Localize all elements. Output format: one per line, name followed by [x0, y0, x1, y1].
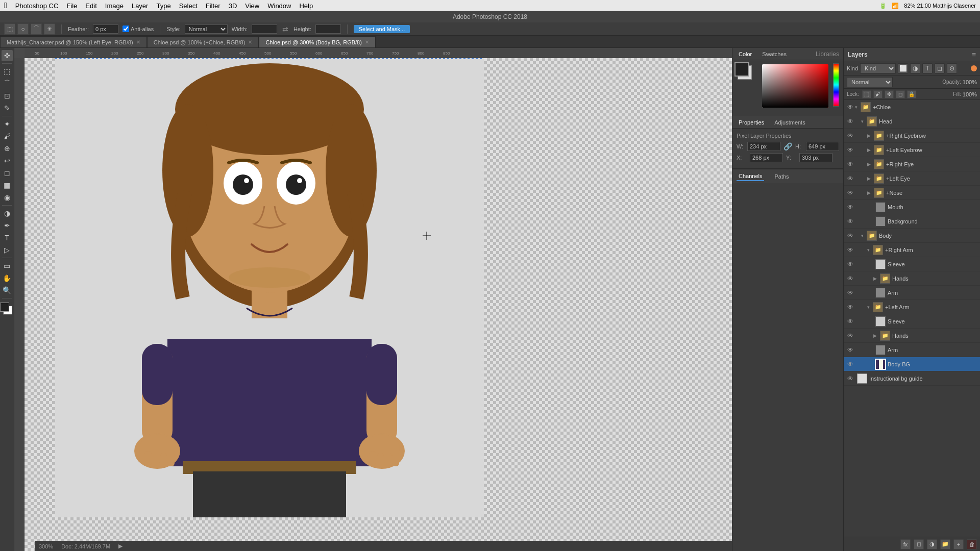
filter-shape-btn[interactable]: ◻ — [935, 63, 945, 73]
hand-tool[interactable]: ✋ — [2, 272, 13, 284]
tab-channels[interactable]: Channels — [737, 172, 764, 181]
toolbar-magic-wand[interactable]: ✳ — [44, 23, 55, 35]
antialias-checkbox[interactable] — [122, 26, 129, 32]
lock-position-btn[interactable]: ✜ — [885, 90, 894, 98]
filter-pixel-btn[interactable]: ⬜ — [898, 63, 908, 73]
layer-row-mouth[interactable]: 👁 Mouth — [844, 200, 980, 214]
gradient-tool[interactable]: ▦ — [2, 180, 13, 191]
menu-select[interactable]: Select — [179, 2, 198, 10]
lock-transparent-btn[interactable]: ⬚ — [862, 90, 871, 98]
menu-photoshop[interactable]: Photoshop CC — [15, 2, 59, 10]
brush-tool[interactable]: 🖌 — [2, 131, 13, 142]
y-input[interactable] — [799, 153, 832, 162]
menu-type[interactable]: Type — [156, 2, 170, 10]
expand-chloe[interactable]: ▾ — [855, 105, 857, 110]
menu-view[interactable]: View — [245, 2, 259, 10]
expand-right-eye[interactable]: ▶ — [867, 162, 871, 167]
move-tool[interactable]: ✜ — [2, 50, 13, 61]
layers-panel-menu[interactable]: ≡ — [972, 51, 976, 59]
select-mask-button[interactable]: Select and Mask... — [354, 25, 410, 33]
menu-help[interactable]: Help — [299, 2, 313, 10]
layer-vis-arm-l[interactable]: 👁 — [846, 346, 855, 354]
canvas-arrow[interactable]: ▶ — [118, 543, 122, 549]
menu-image[interactable]: Image — [105, 2, 124, 10]
layer-vis-instruct[interactable]: 👁 — [846, 375, 855, 382]
path-tool[interactable]: ▷ — [2, 244, 13, 256]
layer-row-arm-r[interactable]: 👁 Arm — [844, 286, 980, 300]
layers-footer-delete[interactable]: 🗑 — [967, 539, 977, 549]
menu-layer[interactable]: Layer — [132, 2, 149, 10]
layer-vis-arm-r[interactable]: 👁 — [846, 289, 855, 296]
clone-tool[interactable]: ⊕ — [2, 143, 13, 154]
doc-tab-2-close[interactable]: ✕ — [365, 39, 369, 45]
lock-artboard-btn[interactable]: ◻ — [896, 90, 905, 98]
expand-head[interactable]: ▾ — [861, 119, 864, 124]
toolbar-lasso[interactable]: ⌒ — [31, 23, 42, 35]
history-brush[interactable]: ↩ — [2, 155, 13, 166]
layer-row-background[interactable]: 👁 Background — [844, 214, 980, 229]
layer-vis-mouth[interactable]: 👁 — [846, 204, 855, 211]
feather-input[interactable] — [93, 24, 118, 34]
layer-vis-right-arm[interactable]: 👁 — [846, 246, 855, 254]
toolbar-rect-select[interactable]: ⬚ — [4, 23, 15, 35]
lock-image-btn[interactable]: 🖌 — [873, 90, 883, 98]
expand-hands-r[interactable]: ▶ — [873, 276, 877, 281]
layer-row-chloe[interactable]: 👁 ▾ 📁 +Chloe — [844, 100, 980, 114]
color-spectrum-area[interactable] — [732, 60, 843, 116]
shape-tool[interactable]: ▭ — [2, 260, 13, 271]
layer-vis-background[interactable]: 👁 — [846, 218, 855, 225]
crop-tool[interactable]: ⊡ — [2, 90, 13, 102]
link-wh-icon[interactable]: 🔗 — [783, 142, 792, 151]
expand-right-arm[interactable]: ▾ — [867, 247, 870, 253]
tab-properties[interactable]: Properties — [737, 118, 766, 127]
filter-kind-select[interactable]: Kind Name Effect Mode Attribute Color — [860, 63, 896, 73]
menu-window[interactable]: Window — [267, 2, 291, 10]
layer-row-nose[interactable]: 👁 ▶ 📁 +Nose — [844, 186, 980, 200]
doc-tab-1-close[interactable]: ✕ — [248, 39, 252, 45]
layer-row-left-eyebrow[interactable]: 👁 ▶ 📁 +Left Eyebrow — [844, 143, 980, 157]
layer-row-head[interactable]: 👁 ▾ 📁 Head — [844, 114, 980, 129]
layer-vis-head[interactable]: 👁 — [846, 118, 855, 125]
doc-tab-0[interactable]: Matthijs_Character.psd @ 150% (Left Eye,… — [0, 36, 147, 47]
expand-left-eyebrow[interactable]: ▶ — [867, 147, 871, 153]
layer-vis-hands-r[interactable]: 👁 — [846, 275, 855, 282]
layer-vis-body-bg[interactable]: 👁 — [846, 361, 855, 368]
doc-tab-0-close[interactable]: ✕ — [136, 39, 140, 45]
opacity-value[interactable]: 100% — [963, 79, 977, 85]
layer-vis-sleeve-l[interactable]: 👁 — [846, 318, 855, 325]
layer-row-hands-r[interactable]: 👁 ▶ 📁 Hands — [844, 271, 980, 286]
layer-row-left-eye[interactable]: 👁 ▶ 📁 +Left Eye — [844, 171, 980, 186]
marquee-tool[interactable]: ⬚ — [2, 66, 13, 77]
tab-adjustments[interactable]: Adjustments — [772, 118, 807, 127]
zoom-tool[interactable]: 🔍 — [2, 285, 13, 296]
layer-vis-left-eyebrow[interactable]: 👁 — [846, 146, 855, 154]
layers-footer-adj[interactable]: ◑ — [927, 539, 937, 549]
layer-vis-hands-l[interactable]: 👁 — [846, 332, 855, 339]
menu-3d[interactable]: 3D — [229, 2, 237, 10]
filter-smart-btn[interactable]: ⊙ — [947, 63, 957, 73]
lock-all-btn[interactable]: 🔒 — [907, 90, 916, 98]
toolbar-ellipse-select[interactable]: ○ — [17, 23, 29, 35]
layer-row-instruct[interactable]: 👁 Instructional bg guide — [844, 371, 980, 386]
pen-tool[interactable]: ✒ — [2, 220, 13, 231]
color-picker-gradient[interactable] — [762, 64, 828, 108]
layers-footer-group[interactable]: 📁 — [940, 539, 950, 549]
fill-value[interactable]: 100% — [963, 91, 977, 97]
doc-tab-2[interactable]: Chloe.psd @ 300% (Body BG, RGB/8) ✕ — [259, 36, 375, 47]
swap-wh-icon[interactable]: ⇄ — [281, 25, 289, 33]
layer-row-right-arm[interactable]: 👁 ▾ 📁 +Right Arm — [844, 243, 980, 257]
layer-vis-body[interactable]: 👁 — [846, 232, 855, 239]
width-input[interactable] — [252, 24, 277, 34]
tab-color[interactable]: Color — [737, 50, 754, 58]
layer-vis-right-eyebrow[interactable]: 👁 — [846, 132, 855, 139]
expand-right-eyebrow[interactable]: ▶ — [867, 133, 871, 138]
style-select[interactable]: Normal Fixed Ratio Fixed Size — [185, 24, 228, 34]
x-input[interactable] — [750, 153, 783, 162]
dodge-tool[interactable]: ◑ — [2, 208, 13, 219]
fg-color-box[interactable] — [0, 303, 9, 312]
layer-row-left-arm[interactable]: 👁 ▾ 📁 +Left Arm — [844, 300, 980, 314]
apple-menu[interactable]:  — [4, 1, 7, 10]
expand-left-arm[interactable]: ▾ — [867, 305, 870, 310]
layer-vis-nose[interactable]: 👁 — [846, 189, 855, 196]
layers-footer-fx[interactable]: fx — [900, 539, 911, 549]
